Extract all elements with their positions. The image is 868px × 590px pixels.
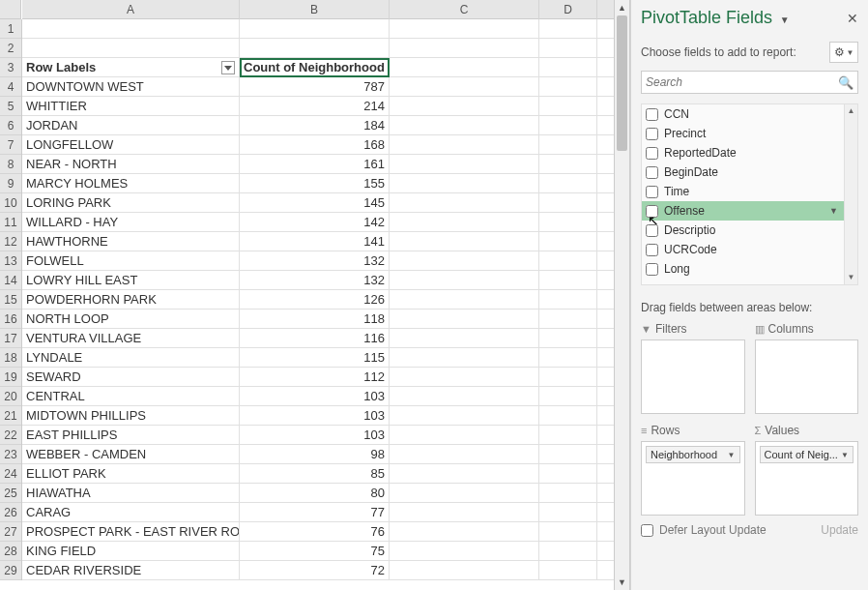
cell-c22[interactable]	[390, 426, 539, 444]
gear-button[interactable]: ⚙ ▼	[829, 42, 858, 63]
cell-b2[interactable]	[240, 39, 390, 57]
cell-label-12[interactable]: HAWTHORNE	[22, 232, 240, 251]
filters-zone[interactable]: ▼Filters	[641, 322, 745, 414]
field-item-time[interactable]: Time	[642, 182, 844, 201]
cell-label-23[interactable]: WEBBER - CAMDEN	[22, 445, 240, 463]
close-icon[interactable]: ✕	[847, 11, 858, 26]
defer-update-checkbox[interactable]	[641, 524, 653, 537]
row-header-18[interactable]: 18	[0, 348, 21, 368]
field-checkbox-reporteddate[interactable]	[646, 147, 658, 160]
field-item-descriptio[interactable]: Descriptio	[642, 221, 844, 240]
select-all-corner[interactable]	[0, 0, 21, 19]
row-header-20[interactable]: 20	[0, 387, 21, 406]
cell-d20[interactable]	[539, 387, 597, 405]
field-checkbox-long[interactable]	[646, 263, 658, 276]
cell-c28[interactable]	[390, 542, 539, 560]
cell-c15[interactable]	[390, 290, 539, 309]
cell-value-13[interactable]: 132	[240, 251, 390, 270]
cell-label-21[interactable]: MIDTOWN PHILLIPS	[22, 406, 240, 425]
cell-value-26[interactable]: 77	[240, 503, 390, 521]
cell-d3[interactable]	[539, 58, 597, 76]
cell-c19[interactable]	[390, 368, 539, 386]
search-input[interactable]	[646, 75, 838, 89]
field-checkbox-precinct[interactable]	[646, 128, 658, 140]
cell-d10[interactable]	[539, 193, 597, 212]
cell-label-27[interactable]: PROSPECT PARK - EAST RIVER ROAD	[22, 522, 240, 541]
row-header-21[interactable]: 21	[0, 406, 21, 426]
cell-label-4[interactable]: DOWNTOWN WEST	[22, 77, 240, 96]
cell-value-20[interactable]: 103	[240, 387, 390, 405]
row-header-19[interactable]: 19	[0, 368, 21, 387]
cell-label-8[interactable]: NEAR - NORTH	[22, 155, 240, 173]
row-header-12[interactable]: 12	[0, 232, 21, 251]
row-header-6[interactable]: 6	[0, 116, 21, 135]
cell-label-22[interactable]: EAST PHILLIPS	[22, 426, 240, 444]
cell-b1[interactable]	[240, 19, 390, 38]
cell-c17[interactable]	[390, 329, 539, 347]
cell-value-15[interactable]: 126	[240, 290, 390, 309]
field-list-scrollbar[interactable]: ▲ ▼	[845, 103, 858, 285]
row-header-27[interactable]: 27	[0, 522, 21, 542]
row-header-11[interactable]: 11	[0, 213, 21, 232]
cell-value-18[interactable]: 115	[240, 348, 390, 367]
cell-value-7[interactable]: 168	[240, 135, 390, 154]
cell-label-16[interactable]: NORTH LOOP	[22, 310, 240, 328]
cell-d21[interactable]	[539, 406, 597, 425]
field-checkbox-begindate[interactable]	[646, 166, 658, 179]
cell-label-10[interactable]: LORING PARK	[22, 193, 240, 212]
cell-d17[interactable]	[539, 329, 597, 347]
cell-d24[interactable]	[539, 464, 597, 483]
cell-label-19[interactable]: SEWARD	[22, 368, 240, 386]
cell-c20[interactable]	[390, 387, 539, 405]
cell-c8[interactable]	[390, 155, 539, 173]
scroll-track[interactable]	[615, 15, 629, 575]
cell-value-19[interactable]: 112	[240, 368, 390, 386]
cell-c7[interactable]	[390, 135, 539, 154]
cell-label-17[interactable]: VENTURA VILLAGE	[22, 329, 240, 347]
cell-value-27[interactable]: 76	[240, 522, 390, 541]
cell-value-22[interactable]: 103	[240, 426, 390, 444]
cell-c27[interactable]	[390, 522, 539, 541]
cell-c9[interactable]	[390, 174, 539, 192]
vertical-scrollbar[interactable]: ▲ ▼	[614, 0, 629, 590]
cell-d19[interactable]	[539, 368, 597, 386]
cell-value-25[interactable]: 80	[240, 484, 390, 502]
field-item-reporteddate[interactable]: ReportedDate	[642, 143, 844, 162]
row-header-5[interactable]: 5	[0, 97, 21, 116]
cell-value-29[interactable]: 72	[240, 561, 390, 579]
cell-d4[interactable]	[539, 77, 597, 96]
cell-d14[interactable]	[539, 271, 597, 289]
cell-c2[interactable]	[390, 39, 539, 57]
cell-d2[interactable]	[539, 39, 597, 57]
field-item-begindate[interactable]: BeginDate	[642, 162, 844, 182]
cell-value-10[interactable]: 145	[240, 193, 390, 212]
cell-label-29[interactable]: CEDAR RIVERSIDE	[22, 561, 240, 579]
row-header-17[interactable]: 17	[0, 329, 21, 348]
pane-options-caret[interactable]: ▼	[780, 15, 790, 25]
pivot-row-labels-header[interactable]: Row Labels	[22, 58, 240, 76]
cell-value-24[interactable]: 85	[240, 464, 390, 483]
cell-d25[interactable]	[539, 484, 597, 502]
cell-d7[interactable]	[539, 135, 597, 154]
cell-value-8[interactable]: 161	[240, 155, 390, 173]
col-header-c[interactable]: C	[390, 0, 539, 19]
cell-label-14[interactable]: LOWRY HILL EAST	[22, 271, 240, 289]
field-checkbox-descriptio[interactable]	[646, 224, 658, 237]
row-header-28[interactable]: 28	[0, 542, 21, 561]
cell-d1[interactable]	[539, 19, 597, 38]
cell-d5[interactable]	[539, 97, 597, 115]
row-labels-filter-icon[interactable]	[221, 61, 235, 74]
cell-c26[interactable]	[390, 503, 539, 521]
field-item-ucrcode[interactable]: UCRCode	[642, 240, 844, 259]
cell-c23[interactable]	[390, 445, 539, 463]
cell-c12[interactable]	[390, 232, 539, 251]
cell-c3[interactable]	[390, 58, 539, 76]
cell-value-9[interactable]: 155	[240, 174, 390, 192]
cell-c24[interactable]	[390, 464, 539, 483]
cell-a1[interactable]	[22, 19, 240, 38]
row-header-3[interactable]: 3	[0, 58, 21, 77]
field-item-precinct[interactable]: Precinct	[642, 124, 844, 143]
cell-label-11[interactable]: WILLARD - HAY	[22, 213, 240, 231]
scroll-thumb[interactable]	[617, 15, 627, 151]
cell-label-15[interactable]: POWDERHORN PARK	[22, 290, 240, 309]
